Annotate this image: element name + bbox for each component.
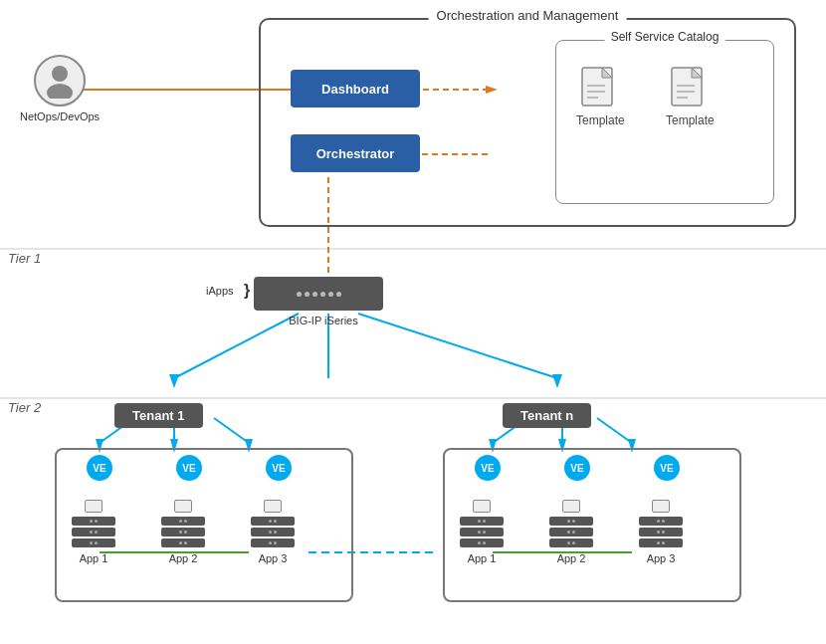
svg-marker-11: [169, 374, 179, 388]
person-area: NetOps/DevOps: [20, 55, 100, 122]
app1-tenantn: App 1: [460, 500, 504, 564]
orchestration-title: Orchestration and Management: [429, 8, 627, 23]
person-label: NetOps/DevOps: [20, 110, 100, 122]
app-group-tenant1: VE VE VE App 1: [55, 448, 353, 602]
app-group-tenantn: VE VE VE App 1: [443, 448, 741, 602]
template-2-icon: Template: [666, 66, 715, 127]
bigip-label: BIG-IP iSeries: [289, 315, 358, 326]
tenant1-box: Tenant 1: [114, 403, 203, 428]
ve1-tenant1: VE: [87, 455, 112, 481]
ve3-tenant1: VE: [266, 455, 292, 481]
template-1-icon: Template: [576, 66, 625, 127]
catalog-title: Self Service Catalog: [605, 30, 725, 44]
template-2-label: Template: [666, 113, 715, 127]
diagram: NetOps/DevOps Orchestration and Manageme…: [0, 0, 826, 644]
catalog-box: Self Service Catalog Template: [555, 40, 774, 204]
svg-point-32: [52, 66, 68, 82]
app3-tenant1: App 3: [251, 500, 295, 564]
app2-tenant1: App 2: [161, 500, 205, 564]
ve1-tenantn: VE: [475, 455, 501, 481]
iapps-label: iApps: [206, 285, 234, 297]
app2-tenantn: App 2: [549, 500, 593, 564]
svg-marker-13: [552, 374, 562, 388]
tier2-label: Tier 2: [8, 400, 41, 415]
bigip-area: iApps } BIG-IP iSeries: [254, 277, 393, 326]
tier1-label: Tier 1: [8, 251, 41, 266]
tenantn-box: Tenant n: [503, 403, 591, 428]
svg-line-19: [214, 418, 249, 443]
dashboard-button[interactable]: Dashboard: [291, 70, 420, 107]
ve2-tenantn: VE: [564, 455, 590, 481]
person-icon: [34, 55, 86, 107]
orchestration-box: Orchestration and Management Dashboard O…: [259, 18, 796, 227]
svg-line-25: [597, 418, 632, 443]
ve2-tenant1: VE: [176, 455, 202, 481]
bigip-device: [254, 277, 383, 311]
svg-point-33: [47, 84, 73, 99]
template-1-label: Template: [576, 113, 625, 127]
app3-tenantn: App 3: [639, 500, 683, 564]
orchestrator-button[interactable]: Orchestrator: [291, 134, 420, 172]
ve3-tenantn: VE: [654, 455, 680, 481]
app1-tenant1: App 1: [72, 500, 115, 564]
